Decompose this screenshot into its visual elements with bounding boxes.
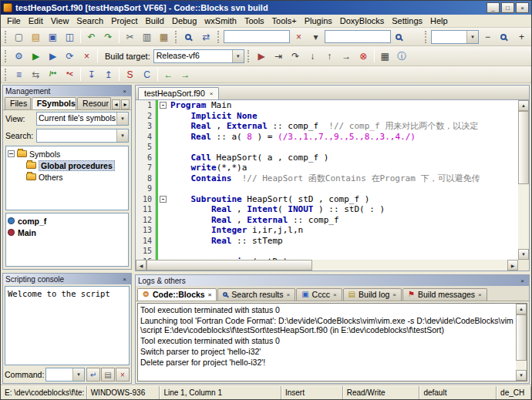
build-target-select-arrow-icon[interactable]: ▾ <box>232 50 244 62</box>
step-into-icon[interactable]: ↓ <box>305 49 321 64</box>
search-go-icon[interactable] <box>392 29 408 45</box>
build-target-select[interactable]: Release-vf6▾ <box>153 49 244 63</box>
minimize-button[interactable]: _ <box>487 2 500 13</box>
management-tabs-scroll-left-icon[interactable]: ◂ <box>112 99 120 109</box>
code-line[interactable]: 15 <box>136 246 518 257</box>
compile-icon[interactable]: ⚙ <box>11 49 27 64</box>
save-icon[interactable]: ▣ <box>45 29 61 45</box>
symbol-item-comp-f[interactable]: comp_f <box>8 215 126 227</box>
hscroll-thumb[interactable] <box>146 260 312 271</box>
new-file-icon[interactable]: ▢ <box>11 29 27 45</box>
menu-debug[interactable]: Debug <box>168 15 200 26</box>
symbol-combo[interactable]: ▾ <box>431 30 479 44</box>
code-line[interactable]: 9 <box>136 183 518 194</box>
editor-hscrollbar[interactable]: ◀ ▶ <box>136 260 518 271</box>
vscroll-thumb[interactable] <box>518 111 529 184</box>
management-tab-resour[interactable]: Resour <box>77 97 111 109</box>
scroll-left-icon[interactable]: ◀ <box>136 260 146 271</box>
code-line[interactable]: 8 Contains !// HeapSort 函数Contains 在Prog… <box>136 173 518 184</box>
code-line[interactable]: 11 Real , Intent( INOUT ) :: stD( : ) <box>136 204 518 215</box>
command-input[interactable]: ▾ <box>45 368 85 382</box>
run-to-cursor-icon[interactable]: ⇥ <box>271 49 287 64</box>
undo-icon[interactable]: ↶ <box>83 29 99 45</box>
toolbar-gripper[interactable] <box>217 31 221 43</box>
logs-close-icon[interactable]: × <box>518 277 527 285</box>
code-line[interactable]: 13 Integer i,ir,j,l,n <box>136 225 518 236</box>
code-line[interactable]: 12 Real , External :: comp_f <box>136 215 518 226</box>
code-line[interactable]: 6 Call HeapSort( a , comp_f ) <box>136 153 518 163</box>
menu-help[interactable]: Help <box>426 15 452 26</box>
zoom-reset-icon[interactable] <box>497 29 513 45</box>
smart-format-icon[interactable]: S <box>122 67 138 82</box>
logs-tab-build-messages[interactable]: ⚑Build messages× <box>402 288 487 301</box>
symbol-combo-arrow-icon[interactable]: ▾ <box>466 31 478 43</box>
maximize-button[interactable]: □ <box>501 2 514 13</box>
toolbar-gripper[interactable] <box>5 31 8 43</box>
zoom-out-icon[interactable]: − <box>480 29 496 45</box>
editor-tab-close-icon[interactable]: × <box>210 90 214 97</box>
redo-icon[interactable]: ↷ <box>100 29 116 45</box>
toolbar-gripper[interactable] <box>175 31 178 43</box>
menu-tools[interactable]: Tools <box>241 15 268 26</box>
uncomment-icon[interactable]: *< <box>62 67 78 82</box>
menu-file[interactable]: File <box>3 15 25 26</box>
editor[interactable]: 1Program Main2 Implicit None3 Real , Ext… <box>136 100 529 271</box>
editor-vscrollbar[interactable]: ▲ ▼ <box>518 100 529 260</box>
step-out-icon[interactable]: ↑ <box>322 49 338 64</box>
menu-doxyblocks[interactable]: DoxyBlocks <box>336 15 388 26</box>
find-icon[interactable] <box>181 29 197 45</box>
vscroll-track[interactable] <box>518 111 529 249</box>
open-file-icon[interactable]: ▤ <box>28 29 44 45</box>
comment-icon[interactable]: /** <box>45 67 61 82</box>
code-line[interactable]: 14 Real :: stTemp <box>136 236 518 247</box>
abort-build-icon[interactable]: × <box>79 49 95 64</box>
menu-settings[interactable]: Settings <box>388 15 426 26</box>
menu-edit[interactable]: Edit <box>25 15 47 26</box>
logs-scroll-up-icon[interactable]: ▲ <box>516 304 527 314</box>
code-line[interactable]: 4 Real :: a( 8 ) = (/3.,1.,7.,9.,5.,8.,3… <box>136 132 518 143</box>
management-close-icon[interactable]: × <box>120 87 129 96</box>
code-line[interactable]: 2 Implicit None <box>136 111 518 122</box>
clear-console-button[interactable]: × <box>116 368 130 382</box>
scripting-console-close-icon[interactable]: × <box>120 275 129 284</box>
close-button[interactable]: × <box>516 2 529 13</box>
search-combo-input[interactable] <box>325 30 391 43</box>
code-line[interactable]: 7 write(*,*)a <box>136 163 518 173</box>
tree-item-global-procedures[interactable]: Global procedures <box>8 160 126 171</box>
tree-item-symbols[interactable]: Symbols <box>8 148 126 160</box>
management-tab-fsymbols[interactable]: FSymbols <box>32 97 76 109</box>
scroll-right-icon[interactable]: ▶ <box>507 260 518 271</box>
run-icon[interactable]: ▶ <box>28 49 44 64</box>
code-line[interactable]: 3 Real , External :: comp_f !// comp_f 用… <box>136 121 518 132</box>
menu-view[interactable]: View <box>47 15 73 26</box>
save-all-icon[interactable]: ◫ <box>62 29 78 45</box>
menu-search[interactable]: Search <box>72 15 107 26</box>
fold-collapse-icon[interactable] <box>160 196 167 203</box>
scroll-down-icon[interactable]: ▼ <box>518 249 529 260</box>
menu-wxsmith[interactable]: wxSmith <box>200 15 241 26</box>
goto-declaration-icon[interactable]: ↧ <box>83 67 99 82</box>
menu-tools[interactable]: Tools+ <box>268 15 301 26</box>
cut-icon[interactable]: ✂ <box>122 29 138 45</box>
load-script-button[interactable]: ▤ <box>101 368 115 382</box>
symbol-item-main[interactable]: Main <box>8 227 126 238</box>
tab-conversion-icon[interactable]: ⇆ <box>28 67 44 82</box>
collapse-icon[interactable] <box>8 150 15 157</box>
incsearch-options-icon[interactable]: ▾ <box>308 29 324 45</box>
code-line[interactable]: 10 Subroutine HeapSort( stD , comp_f ) <box>136 194 518 205</box>
menu-project[interactable]: Project <box>107 15 141 26</box>
paste-icon[interactable]: ▦ <box>156 29 172 45</box>
tree-item-others[interactable]: Others <box>8 171 126 183</box>
command-input-arrow-icon[interactable]: ▾ <box>72 368 84 381</box>
scroll-up-icon[interactable]: ▲ <box>518 100 529 111</box>
debug-continue-icon[interactable]: ▶ <box>254 49 270 64</box>
logs-tab-cccc[interactable]: ▣Cccc× <box>296 288 342 301</box>
logs-tab-close-icon[interactable]: × <box>286 291 290 298</box>
run-command-button[interactable]: ↵ <box>86 368 100 382</box>
logs-scroll-thumb[interactable] <box>516 314 527 361</box>
toolbar-gripper[interactable] <box>247 50 251 62</box>
logs-tab-build-log[interactable]: ▤Build log× <box>343 288 402 301</box>
management-tabs-scroll-right-icon[interactable]: ▸ <box>121 99 130 109</box>
rebuild-icon[interactable]: ⟳ <box>62 49 78 64</box>
view-select-arrow-icon[interactable]: ▾ <box>116 113 128 125</box>
